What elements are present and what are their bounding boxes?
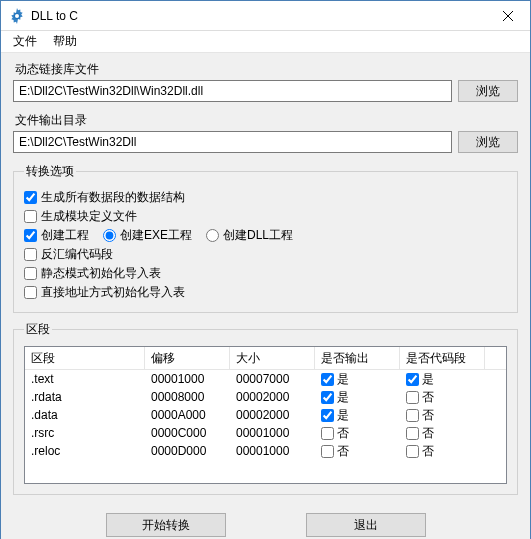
menu-file[interactable]: 文件	[5, 31, 45, 52]
col-offset[interactable]: 偏移	[145, 347, 230, 369]
opt-create-dll-radio[interactable]	[206, 229, 219, 242]
out-path-input[interactable]	[13, 131, 452, 153]
opt-create-exe-radio[interactable]	[103, 229, 116, 242]
dll-path-input[interactable]	[13, 80, 452, 102]
close-button[interactable]	[485, 1, 530, 30]
table-row[interactable]: .rsrc0000C00000001000否否	[25, 424, 506, 442]
dll-path-label: 动态链接库文件	[15, 61, 518, 78]
opt-create-proj-checkbox[interactable]	[24, 229, 37, 242]
opt-create-exe-label[interactable]: 创建EXE工程	[120, 227, 192, 244]
row-codeseg-checkbox[interactable]	[406, 391, 419, 404]
table-cell: .rsrc	[25, 424, 145, 442]
exit-button[interactable]: 退出	[306, 513, 426, 537]
sections-group: 区段 区段 偏移 大小 是否输出 是否代码段 .text000010000000…	[13, 321, 518, 495]
row-output-label: 是	[337, 389, 349, 406]
row-output-label: 否	[337, 425, 349, 442]
table-cell: .text	[25, 370, 145, 388]
opt-deasm-checkbox[interactable]	[24, 248, 37, 261]
table-cell: 否	[400, 406, 485, 424]
menu-help[interactable]: 帮助	[45, 31, 85, 52]
table-cell: 0000C000	[145, 424, 230, 442]
table-cell: 00001000	[230, 442, 315, 460]
table-cell: .reloc	[25, 442, 145, 460]
row-codeseg-label: 否	[422, 425, 434, 442]
table-row[interactable]: .text0000100000007000是是	[25, 370, 506, 388]
table-cell: 是	[315, 388, 400, 406]
opt-direct-addr-label[interactable]: 直接地址方式初始化导入表	[41, 284, 185, 301]
table-cell: 否	[400, 424, 485, 442]
row-codeseg-label: 是	[422, 371, 434, 388]
table-cell: 是	[315, 370, 400, 388]
row-output-checkbox[interactable]	[321, 373, 334, 386]
table-body: .text0000100000007000是是.rdata00008000000…	[25, 370, 506, 460]
gear-icon	[9, 8, 25, 24]
opt-deasm-label[interactable]: 反汇编代码段	[41, 246, 113, 263]
table-cell: 0000D000	[145, 442, 230, 460]
button-row: 开始转换 退出	[13, 503, 518, 539]
options-legend: 转换选项	[24, 163, 76, 180]
out-path-label: 文件输出目录	[15, 112, 518, 129]
table-cell: 00002000	[230, 388, 315, 406]
window-title: DLL to C	[31, 9, 485, 23]
opt-gen-struct-checkbox[interactable]	[24, 191, 37, 204]
col-size[interactable]: 大小	[230, 347, 315, 369]
row-codeseg-label: 否	[422, 389, 434, 406]
row-output-label: 是	[337, 407, 349, 424]
table-cell: 00001000	[230, 424, 315, 442]
row-codeseg-checkbox[interactable]	[406, 409, 419, 422]
table-cell: 00002000	[230, 406, 315, 424]
start-button[interactable]: 开始转换	[106, 513, 226, 537]
table-cell: 是	[400, 370, 485, 388]
menubar: 文件 帮助	[1, 31, 530, 53]
row-codeseg-label: 否	[422, 407, 434, 424]
opt-gen-struct-label[interactable]: 生成所有数据段的数据结构	[41, 189, 185, 206]
content: 动态链接库文件 浏览 文件输出目录 浏览 转换选项 生成所有数据段的数据结构 生…	[1, 53, 530, 539]
opt-static-init-checkbox[interactable]	[24, 267, 37, 280]
table-cell: 否	[315, 424, 400, 442]
col-codeseg[interactable]: 是否代码段	[400, 347, 485, 369]
titlebar: DLL to C	[1, 1, 530, 31]
options-group: 转换选项 生成所有数据段的数据结构 生成模块定义文件 创建工程 创建EXE工程	[13, 163, 518, 313]
opt-create-proj-label[interactable]: 创建工程	[41, 227, 89, 244]
table-cell: .rdata	[25, 388, 145, 406]
table-row[interactable]: .rdata0000800000002000是否	[25, 388, 506, 406]
opt-gen-moddef-label[interactable]: 生成模块定义文件	[41, 208, 137, 225]
row-output-checkbox[interactable]	[321, 427, 334, 440]
table-row[interactable]: .reloc0000D00000001000否否	[25, 442, 506, 460]
table-cell: 00007000	[230, 370, 315, 388]
row-output-label: 是	[337, 371, 349, 388]
opt-create-dll-label[interactable]: 创建DLL工程	[223, 227, 293, 244]
table-cell: 否	[400, 442, 485, 460]
sections-table: 区段 偏移 大小 是否输出 是否代码段 .text000010000000700…	[24, 346, 507, 484]
row-output-label: 否	[337, 443, 349, 460]
app-window: DLL to C 文件 帮助 动态链接库文件 浏览 文件输出目录 浏览 转换选项	[0, 0, 531, 539]
row-output-checkbox[interactable]	[321, 409, 334, 422]
opt-static-init-label[interactable]: 静态模式初始化导入表	[41, 265, 161, 282]
row-codeseg-checkbox[interactable]	[406, 373, 419, 386]
row-output-checkbox[interactable]	[321, 445, 334, 458]
svg-point-0	[15, 14, 19, 18]
table-cell: 否	[315, 442, 400, 460]
table-cell: 是	[315, 406, 400, 424]
row-codeseg-label: 否	[422, 443, 434, 460]
row-output-checkbox[interactable]	[321, 391, 334, 404]
out-browse-button[interactable]: 浏览	[458, 131, 518, 153]
opt-direct-addr-checkbox[interactable]	[24, 286, 37, 299]
table-cell: 00001000	[145, 370, 230, 388]
table-cell: 0000A000	[145, 406, 230, 424]
sections-legend: 区段	[24, 321, 52, 338]
table-row[interactable]: .data0000A00000002000是否	[25, 406, 506, 424]
table-cell: 00008000	[145, 388, 230, 406]
table-cell: 否	[400, 388, 485, 406]
col-output[interactable]: 是否输出	[315, 347, 400, 369]
table-header: 区段 偏移 大小 是否输出 是否代码段	[25, 347, 506, 370]
row-codeseg-checkbox[interactable]	[406, 427, 419, 440]
col-name[interactable]: 区段	[25, 347, 145, 369]
opt-gen-moddef-checkbox[interactable]	[24, 210, 37, 223]
row-codeseg-checkbox[interactable]	[406, 445, 419, 458]
table-cell: .data	[25, 406, 145, 424]
dll-browse-button[interactable]: 浏览	[458, 80, 518, 102]
